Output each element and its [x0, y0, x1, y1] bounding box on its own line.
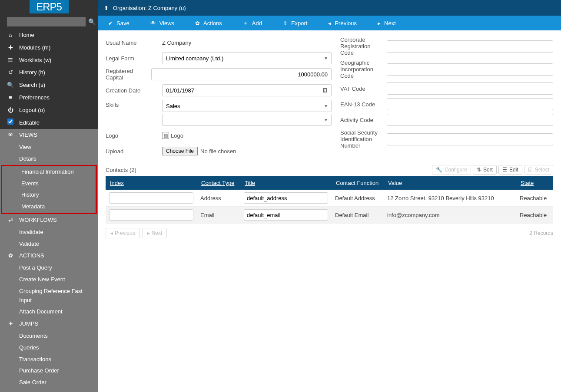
label-activity: Activity Code [340, 117, 382, 123]
records-count: 2 Records [529, 230, 553, 236]
toolbar-export[interactable]: ⇪Export [272, 16, 318, 30]
col-contact-type[interactable]: Contact Type [197, 176, 240, 190]
action-post-query[interactable]: Post a Query [0, 262, 98, 274]
nav-worklists[interactable]: ☰Worklists (w) [0, 54, 98, 67]
nav-search[interactable]: 🔍Search (s) [0, 79, 98, 92]
logo-text: ERP5 [36, 1, 62, 13]
search-icon[interactable]: 🔍 [88, 18, 96, 25]
nav-history[interactable]: ↺History (h) [0, 66, 98, 79]
action-attach-doc[interactable]: Attach Document [0, 306, 98, 318]
eye-icon: 👁 [7, 131, 14, 140]
views-item-view[interactable]: View [0, 142, 98, 153]
views-item-details[interactable]: Details [0, 153, 98, 165]
plus-icon: ＋ [243, 19, 249, 27]
contacts-section: Contacts (2) 🔧Configure ⇅Sort ☰Edit ☑Sel… [106, 165, 553, 238]
row1-value: info@zcompany.com [384, 207, 516, 224]
nav-logout[interactable]: ⏻Logout (o) [0, 104, 98, 117]
registered-capital-input[interactable] [151, 68, 332, 80]
geo-inc-input[interactable] [387, 63, 553, 76]
col-index[interactable]: Index [106, 176, 197, 190]
search-input[interactable] [7, 17, 86, 26]
row0-func: Default Address [332, 190, 384, 207]
up-icon[interactable]: ⬆ [104, 5, 109, 11]
creation-date-input[interactable] [162, 84, 332, 96]
row0-index-input[interactable] [109, 192, 193, 204]
field-activity: Activity Code [340, 114, 553, 126]
row1-type: Email [197, 207, 240, 224]
jump-sale-packing[interactable]: Sale Packing List [0, 389, 98, 392]
logout-icon: ⏻ [7, 106, 14, 115]
nav-label: Preferences [19, 93, 50, 102]
row1-index-input[interactable] [109, 209, 193, 221]
col-state[interactable]: State [516, 176, 553, 190]
activity-input[interactable] [387, 114, 553, 126]
pager-next[interactable]: ▸Next [143, 228, 167, 238]
ean-input[interactable] [387, 98, 553, 110]
vat-input[interactable] [387, 82, 553, 95]
toolbar-label: Next [384, 20, 396, 26]
table-controls: 🔧Configure ⇅Sort ☰Edit ☑Select [432, 165, 553, 175]
jump-queries[interactable]: Queries [0, 342, 98, 354]
jump-documents[interactable]: Documents [0, 330, 98, 342]
skills-select-2[interactable] [162, 114, 332, 126]
nav-modules[interactable]: ✚Modules (m) [0, 42, 98, 54]
row1-state: Reachable [516, 207, 553, 224]
pager-label: Next [152, 230, 163, 236]
ssn-input[interactable] [387, 133, 553, 145]
editable-checkbox-wrap [7, 119, 14, 128]
select-button[interactable]: ☑Select [524, 165, 553, 175]
table-row[interactable]: Email Default Email info@zcompany.com Re… [106, 207, 553, 224]
legal-form-select[interactable] [162, 52, 332, 64]
action-create-event[interactable]: Create New Event [0, 274, 98, 286]
jump-sale-order[interactable]: Sale Order [0, 377, 98, 389]
views-item-events[interactable]: Events [2, 178, 96, 190]
views-item-financial[interactable]: Financial Information [2, 166, 96, 178]
sort-icon: ⇅ [477, 167, 481, 173]
editable-checkbox[interactable] [7, 119, 13, 125]
choose-file-button[interactable]: Choose File [162, 147, 198, 155]
toolbar-views[interactable]: 👁Views [140, 16, 185, 30]
configure-button[interactable]: 🔧Configure [432, 165, 471, 175]
actions-icon: ✿ [7, 251, 14, 260]
edit-button[interactable]: ☰Edit [498, 165, 522, 175]
toolbar-save[interactable]: ✔Save [98, 16, 140, 30]
col-title[interactable]: Title [240, 176, 332, 190]
label-upload: Upload [106, 148, 158, 155]
views-item-metadata[interactable]: Metadata [2, 201, 96, 213]
jump-transactions[interactable]: Transactions [0, 354, 98, 366]
nav-editable[interactable]: Editable [0, 117, 98, 129]
nav-label: Home [19, 31, 34, 40]
row0-title-input[interactable] [244, 192, 328, 204]
check-icon: ☑ [528, 167, 533, 173]
label-vat: VAT Code [340, 86, 382, 92]
wrench-icon: 🔧 [436, 167, 442, 173]
corp-reg-input[interactable] [387, 40, 553, 53]
nav-home[interactable]: ⌂Home [0, 29, 98, 42]
jump-purchase-order[interactable]: Purchase Order [0, 365, 98, 377]
toolbar-label: Add [252, 20, 262, 26]
search-nav-icon: 🔍 [7, 81, 14, 90]
toolbar-next[interactable]: ▸Next [367, 16, 406, 30]
breadcrumb[interactable]: Organisation: Z Company (u) [113, 5, 186, 11]
row1-title-input[interactable] [244, 209, 328, 221]
toolbar-add[interactable]: ＋Add [232, 16, 272, 30]
content: Usual Name Z Company Legal Form Register… [98, 30, 561, 247]
toolbar-previous[interactable]: ◂Previous [318, 16, 367, 30]
skills-select-1[interactable] [162, 100, 332, 112]
table-row[interactable]: Address Default Address 12 Zorro Street,… [106, 190, 553, 207]
sort-button[interactable]: ⇅Sort [473, 165, 497, 175]
toolbar-actions[interactable]: ✿Actions [185, 16, 232, 30]
action-grouping[interactable]: Grouping Reference Fast Input [0, 286, 98, 306]
contacts-title: Contacts (2) [106, 167, 136, 173]
nav-preferences[interactable]: ≡Preferences [0, 92, 98, 104]
section-header-workflows: ⇄WORKFLOWS [0, 214, 98, 227]
views-item-history[interactable]: History [2, 189, 96, 201]
workflow-invalidate[interactable]: Invalidate [0, 227, 98, 238]
highlight-box: Financial Information Events History Met… [1, 165, 97, 214]
calendar-icon[interactable]: 🗓 [322, 87, 328, 94]
section-title: WORKFLOWS [19, 216, 57, 225]
workflow-validate[interactable]: Validate [0, 238, 98, 250]
row1-func: Default Email [332, 207, 384, 224]
pager-previous[interactable]: ◂Previous [106, 228, 140, 238]
legal-form-select-wrap [162, 52, 332, 64]
